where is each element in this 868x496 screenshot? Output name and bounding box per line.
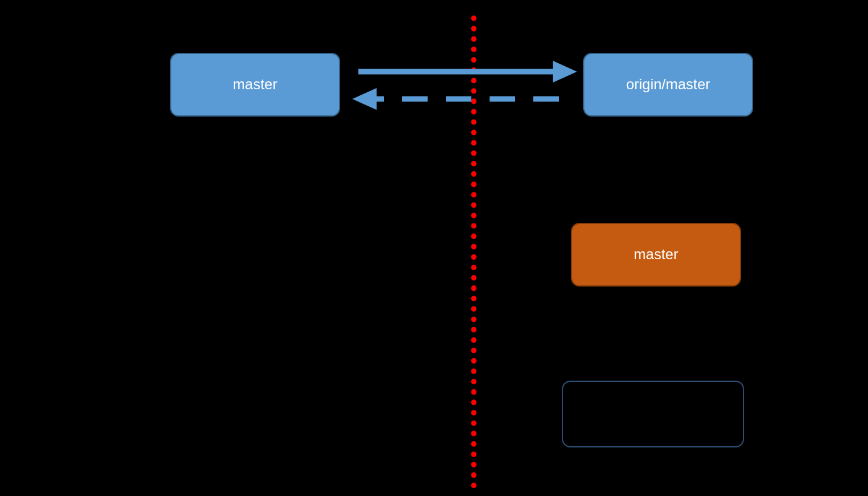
box-origin-master-label: origin/master [626, 76, 711, 93]
svg-marker-7 [645, 288, 667, 311]
box-local-master: master [170, 53, 340, 117]
box-remote-master-label: master [634, 246, 678, 263]
box-remote-tracking [562, 381, 744, 447]
arrow-tracking-to-remote [645, 288, 667, 378]
box-remote-master: master [571, 223, 741, 287]
arrow-fetch [352, 88, 559, 110]
box-local-master-label: master [233, 76, 277, 93]
svg-marker-3 [352, 88, 377, 110]
arrow-remote-to-origin [655, 120, 677, 219]
box-origin-master: origin/master [583, 53, 753, 117]
arrow-push [358, 61, 577, 83]
svg-marker-1 [553, 61, 577, 83]
diagram-stage: master origin/master master [0, 0, 868, 496]
svg-marker-5 [655, 120, 677, 143]
